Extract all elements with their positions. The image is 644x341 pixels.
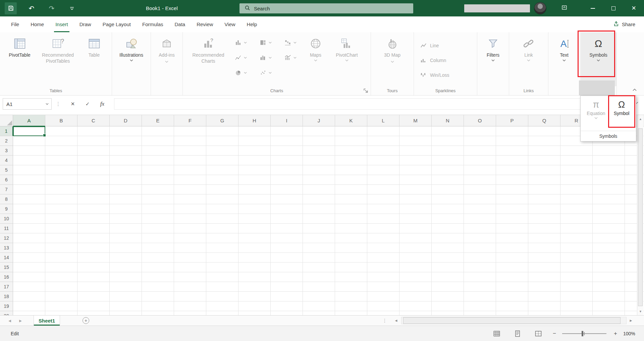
- cell-A20[interactable]: [13, 311, 45, 315]
- cell-F2[interactable]: [174, 136, 206, 146]
- cell-M12[interactable]: [399, 233, 432, 243]
- cell-B17[interactable]: [45, 282, 77, 292]
- cell-L16[interactable]: [367, 272, 399, 282]
- cell-S12[interactable]: [593, 233, 625, 243]
- cell-N18[interactable]: [432, 292, 464, 301]
- cell-J5[interactable]: [303, 165, 335, 175]
- cell-S9[interactable]: [593, 204, 625, 214]
- cell-Q1[interactable]: [528, 126, 560, 136]
- column-header-K[interactable]: K: [335, 115, 367, 126]
- column-header-O[interactable]: O: [464, 115, 496, 126]
- cell-C13[interactable]: [77, 243, 110, 253]
- cell-R17[interactable]: [560, 282, 593, 292]
- row-header-17[interactable]: 17: [0, 282, 13, 292]
- row-header-10[interactable]: 10: [0, 214, 13, 224]
- cell-E15[interactable]: [142, 263, 174, 272]
- cell-M7[interactable]: [399, 185, 432, 194]
- cell-G10[interactable]: [206, 214, 238, 224]
- column-header-Q[interactable]: Q: [528, 115, 560, 126]
- cell-J6[interactable]: [303, 175, 335, 185]
- cell-R13[interactable]: [560, 243, 593, 253]
- cell-D20[interactable]: [110, 311, 142, 315]
- cell-D1[interactable]: [110, 126, 142, 136]
- cell-S20[interactable]: [593, 311, 625, 315]
- symbol-menu-item[interactable]: Ω Symbol: [609, 97, 634, 131]
- cell-A1[interactable]: [13, 126, 45, 136]
- cell-I10[interactable]: [271, 214, 303, 224]
- column-header-D[interactable]: D: [110, 115, 142, 126]
- row-header-12[interactable]: 12: [0, 233, 13, 243]
- cell-S3[interactable]: [593, 146, 625, 156]
- cell-H10[interactable]: [238, 214, 271, 224]
- pivottable-button[interactable]: PivotTable: [3, 32, 37, 86]
- cell-K3[interactable]: [335, 146, 367, 156]
- column-header-G[interactable]: G: [206, 115, 238, 126]
- minimize-button[interactable]: [583, 0, 603, 16]
- cell-D8[interactable]: [110, 194, 142, 204]
- redo-button[interactable]: ↷: [44, 0, 59, 16]
- insert-statistic-chart-button[interactable]: [253, 50, 278, 65]
- maximize-button[interactable]: [603, 0, 624, 16]
- search-input[interactable]: Search: [239, 3, 413, 13]
- cell-M13[interactable]: [399, 243, 432, 253]
- cell-K5[interactable]: [335, 165, 367, 175]
- addins-button[interactable]: Add-ins: [157, 32, 176, 86]
- tab-home[interactable]: Home: [25, 16, 50, 32]
- cell-N17[interactable]: [432, 282, 464, 292]
- horizontal-scrollbar-thumb[interactable]: [403, 317, 621, 324]
- cell-O5[interactable]: [464, 165, 496, 175]
- cell-P14[interactable]: [496, 253, 528, 263]
- cell-R4[interactable]: [560, 156, 593, 165]
- cell-G19[interactable]: [206, 301, 238, 311]
- zoom-slider-thumb[interactable]: [582, 331, 583, 336]
- cell-N9[interactable]: [432, 204, 464, 214]
- row-header-5[interactable]: 5: [0, 165, 13, 175]
- cell-J10[interactable]: [303, 214, 335, 224]
- cell-I13[interactable]: [271, 243, 303, 253]
- cell-A12[interactable]: [13, 233, 45, 243]
- cell-J11[interactable]: [303, 224, 335, 233]
- cell-A14[interactable]: [13, 253, 45, 263]
- cell-G2[interactable]: [206, 136, 238, 146]
- next-sheet-button[interactable]: ▶: [16, 316, 25, 326]
- cell-M3[interactable]: [399, 146, 432, 156]
- cell-C11[interactable]: [77, 224, 110, 233]
- cell-C16[interactable]: [77, 272, 110, 282]
- cell-L19[interactable]: [367, 301, 399, 311]
- cell-H19[interactable]: [238, 301, 271, 311]
- cell-L2[interactable]: [367, 136, 399, 146]
- cell-E9[interactable]: [142, 204, 174, 214]
- cell-E6[interactable]: [142, 175, 174, 185]
- row-header-14[interactable]: 14: [0, 253, 13, 263]
- cell-G9[interactable]: [206, 204, 238, 214]
- insert-scatter-chart-button[interactable]: [253, 65, 278, 80]
- cell-N16[interactable]: [432, 272, 464, 282]
- cell-B12[interactable]: [45, 233, 77, 243]
- cell-Q20[interactable]: [528, 311, 560, 315]
- row-header-8[interactable]: 8: [0, 194, 13, 204]
- insert-combo-chart-button[interactable]: [278, 50, 303, 65]
- cell-Q2[interactable]: [528, 136, 560, 146]
- cell-I5[interactable]: [271, 165, 303, 175]
- cell-J18[interactable]: [303, 292, 335, 301]
- column-header-E[interactable]: E: [142, 115, 174, 126]
- cell-D4[interactable]: [110, 156, 142, 165]
- cell-A7[interactable]: [13, 185, 45, 194]
- insert-function-button[interactable]: fx: [95, 98, 109, 110]
- scroll-right-button[interactable]: ▶: [627, 317, 635, 324]
- pivotchart-button[interactable]: PivotChart: [329, 32, 365, 86]
- cell-I12[interactable]: [271, 233, 303, 243]
- cell-D3[interactable]: [110, 146, 142, 156]
- column-header-H[interactable]: H: [238, 115, 271, 126]
- cell-B3[interactable]: [45, 146, 77, 156]
- cell-A19[interactable]: [13, 301, 45, 311]
- cell-K13[interactable]: [335, 243, 367, 253]
- cell-E10[interactable]: [142, 214, 174, 224]
- cell-N14[interactable]: [432, 253, 464, 263]
- cell-D12[interactable]: [110, 233, 142, 243]
- cell-Q19[interactable]: [528, 301, 560, 311]
- cell-L1[interactable]: [367, 126, 399, 136]
- cell-O16[interactable]: [464, 272, 496, 282]
- cell-K20[interactable]: [335, 311, 367, 315]
- row-header-7[interactable]: 7: [0, 185, 13, 194]
